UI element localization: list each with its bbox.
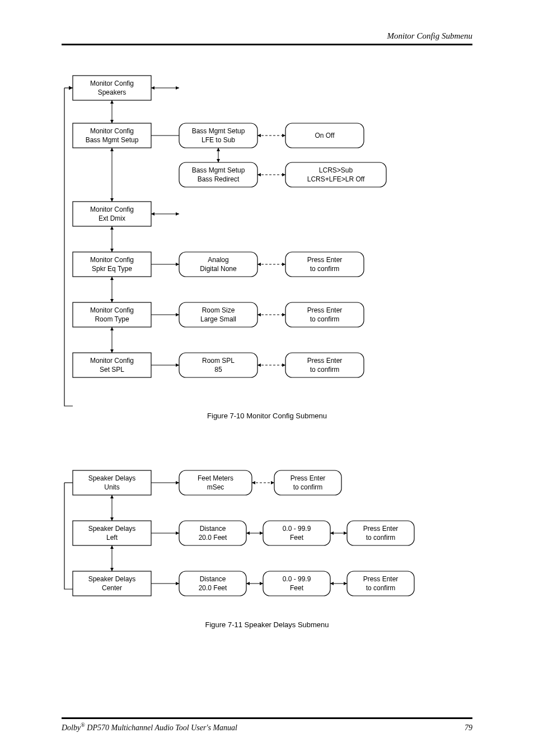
svg-text:Center: Center [102,584,122,592]
svg-text:Press Enter: Press Enter [307,357,343,365]
svg-text:Room Size: Room Size [202,306,235,314]
svg-text:0.0 - 99.9: 0.0 - 99.9 [283,575,311,583]
figure-7-11-caption: Figure 7-11 Speaker Delays Submenu [0,620,534,629]
svg-text:Ext Dmix: Ext Dmix [99,214,125,222]
svg-text:Press Enter: Press Enter [363,525,399,533]
svg-text:to confirm: to confirm [293,483,323,491]
svg-text:Press Enter: Press Enter [307,306,343,314]
svg-text:LFE to Sub: LFE to Sub [202,136,235,144]
svg-text:Digital  None: Digital None [200,265,237,273]
svg-text:Analog: Analog [208,256,228,264]
svg-text:Monitor Config: Monitor Config [90,80,134,87]
svg-text:to confirm: to confirm [366,584,396,592]
svg-text:to confirm: to confirm [310,366,340,374]
svg-text:Speakers: Speakers [98,88,127,96]
svg-text:Monitor Config: Monitor Config [90,256,134,264]
svg-text:Press Enter: Press Enter [291,474,326,482]
svg-text:Room Type: Room Type [95,315,129,323]
svg-text:Monitor Config: Monitor Config [90,127,134,135]
footer-rule [62,717,472,719]
svg-text:Set SPL: Set SPL [100,366,124,374]
svg-text:On  Off: On Off [315,132,335,139]
svg-text:Bass Mgmt Setup: Bass Mgmt Setup [192,166,245,174]
svg-text:Press Enter: Press Enter [307,256,343,264]
figure-7-10-caption: Figure 7-10 Monitor Config Submenu [0,412,534,420]
header-rule [62,44,472,45]
svg-text:Speaker Delays: Speaker Delays [88,525,136,533]
svg-text:Distance: Distance [200,575,226,583]
svg-text:Bass Mgmt Setup: Bass Mgmt Setup [86,136,139,144]
svg-text:Press Enter: Press Enter [363,575,399,583]
svg-text:Large  Small: Large Small [200,315,236,323]
svg-text:to confirm: to confirm [310,315,340,323]
svg-text:Monitor Config: Monitor Config [90,306,134,314]
svg-text:Speaker Delays: Speaker Delays [88,474,136,482]
monitor-config-diagram: Monitor Config Speakers Monitor Config B… [62,70,476,456]
svg-text:Feet: Feet [290,584,304,592]
svg-text:Monitor Config: Monitor Config [90,357,134,365]
svg-text:Feet  Meters: Feet Meters [198,474,233,482]
svg-text:Bass Mgmt Setup: Bass Mgmt Setup [192,127,245,135]
svg-text:to confirm: to confirm [310,265,340,273]
footer-left: Dolby® DP570 Multichannel Audio Tool Use… [62,722,237,732]
svg-text:0.0 - 99.9: 0.0 - 99.9 [283,525,311,533]
svg-text:Bass Redirect: Bass Redirect [198,175,240,183]
page-header: Monitor Config Submenu [387,31,473,41]
svg-text:Room SPL: Room SPL [202,357,235,365]
svg-text:20.0 Feet: 20.0 Feet [199,584,227,592]
svg-text:85: 85 [214,366,222,374]
svg-text:mSec: mSec [207,483,224,491]
svg-text:Feet: Feet [290,534,304,542]
svg-text:Monitor Config: Monitor Config [90,206,134,213]
svg-text:Speaker Delays: Speaker Delays [88,575,136,583]
svg-text:Distance: Distance [200,525,226,533]
svg-text:LCRS>Sub: LCRS>Sub [319,166,353,174]
page-number: 79 [465,724,472,732]
svg-text:LCRS+LFE>LR  Off: LCRS+LFE>LR Off [307,175,365,183]
svg-text:Units: Units [104,483,119,491]
speaker-delays-diagram: Speaker Delays Units Feet Meters mSec Pr… [62,465,476,622]
svg-text:Spkr Eq Type: Spkr Eq Type [92,265,132,273]
svg-text:to confirm: to confirm [366,534,396,542]
svg-text:20.0 Feet: 20.0 Feet [199,534,227,542]
svg-text:Left: Left [106,534,118,542]
